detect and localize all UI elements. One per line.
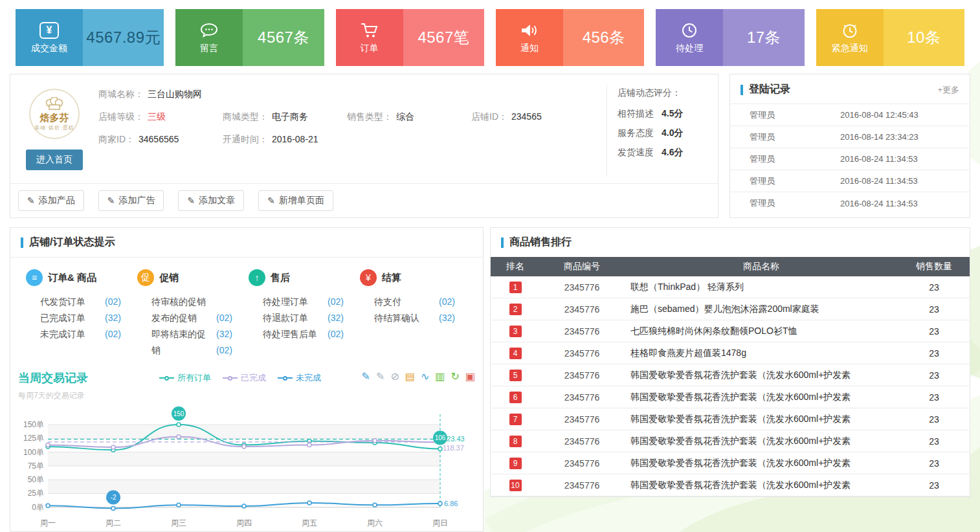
shop-name-value: 三台山购物网 bbox=[148, 89, 202, 100]
add-page-button[interactable]: ✎ 新增单页面 bbox=[258, 190, 333, 211]
stat-card-notifications[interactable]: 通知 456条 bbox=[496, 9, 644, 66]
field-label: 店铺等级： bbox=[98, 111, 144, 123]
status-count[interactable]: (02) bbox=[216, 342, 232, 359]
legend-marker bbox=[278, 376, 293, 381]
status-item[interactable]: 发布的促销 bbox=[151, 310, 211, 326]
svg-text:125单: 125单 bbox=[23, 434, 44, 443]
status-item[interactable]: 待退款订单 bbox=[263, 310, 322, 326]
rank-badge: 3 bbox=[509, 326, 522, 337]
table-row: 2 2345776 施巴（sebamed）婴儿泡泡沐浴露200ml家庭装 23 bbox=[491, 298, 970, 320]
status-count[interactable]: (32) bbox=[216, 326, 232, 342]
status-count[interactable]: (32) bbox=[328, 310, 344, 326]
title-accent-bar bbox=[21, 238, 23, 248]
svg-text:6.86: 6.86 bbox=[444, 500, 458, 507]
stat-card-revenue-right: 4567.89元 bbox=[83, 9, 164, 66]
status-count[interactable]: (02) bbox=[216, 310, 232, 326]
refresh-icon[interactable]: ↻ bbox=[451, 371, 459, 382]
legend-item-completed[interactable]: 已完成 bbox=[223, 372, 266, 384]
stat-card-revenue[interactable]: ¥ 成交金额 4567.89元 bbox=[16, 9, 164, 66]
add-article-button[interactable]: ✎ 添加文章 bbox=[178, 190, 244, 211]
status-count[interactable]: (32) bbox=[439, 310, 455, 326]
stat-card-value: 4567条 bbox=[258, 27, 309, 48]
status-count[interactable]: (02) bbox=[105, 326, 121, 342]
edit-icon[interactable]: ✎ bbox=[362, 371, 370, 382]
legend-item-uncompleted[interactable]: 未完成 bbox=[278, 372, 321, 384]
chart-title: 当周交易记录 bbox=[18, 370, 159, 386]
stat-card-value: 17条 bbox=[747, 27, 781, 48]
add-product-button[interactable]: ✎ 添加产品 bbox=[18, 190, 84, 211]
enter-home-button[interactable]: 进入首页 bbox=[26, 150, 83, 170]
svg-text:周三: 周三 bbox=[171, 518, 186, 527]
svg-text:25单: 25单 bbox=[28, 489, 44, 498]
shop-logo-subtext: 美味·烘焙·蛋糕 bbox=[34, 124, 74, 131]
chat-icon bbox=[199, 21, 219, 39]
status-item[interactable]: 待处理售后单 bbox=[263, 326, 322, 342]
stat-card-label: 通知 bbox=[520, 43, 539, 54]
data-view-icon[interactable]: ▤ bbox=[405, 371, 415, 382]
login-record-row: 管理员 2016-08-04 12:45:43 bbox=[730, 104, 970, 126]
status-count[interactable]: (02) bbox=[328, 326, 344, 342]
rank-badge: 9 bbox=[509, 458, 522, 469]
rating-item: 相符描述 4.5分 bbox=[618, 108, 718, 120]
edit-icon: ✎ bbox=[27, 195, 35, 206]
status-item[interactable]: 代发货订单 bbox=[40, 294, 100, 310]
add-ad-button[interactable]: ✎ 添加广告 bbox=[98, 190, 164, 211]
chart-toolbar: ✎ ✎ ⊘ ▤ ∿ ▥ ↻ ▣ bbox=[362, 371, 475, 382]
edit-light-icon[interactable]: ✎ bbox=[376, 371, 384, 382]
svg-text:周六: 周六 bbox=[367, 518, 383, 527]
settlement-icon: ¥ bbox=[360, 269, 377, 286]
edit-icon: ✎ bbox=[107, 195, 115, 206]
promotion-icon: 促 bbox=[137, 269, 154, 286]
rating-title: 店铺动态评分： bbox=[618, 87, 718, 99]
line-chart-icon[interactable]: ∿ bbox=[421, 371, 429, 382]
status-item[interactable]: 待支付 bbox=[374, 294, 434, 310]
rank-badge: 7 bbox=[509, 414, 522, 425]
yen-icon: ¥ bbox=[39, 21, 59, 39]
status-count[interactable]: (02) bbox=[328, 294, 344, 310]
status-item[interactable]: 待审核的促销 bbox=[151, 294, 211, 310]
status-item[interactable]: 即将结束的促销 bbox=[151, 326, 211, 359]
shop-level-value: 三级 bbox=[148, 111, 166, 123]
status-count[interactable]: (02) bbox=[105, 294, 121, 310]
shop-info-panel: 焙多芬 美味·烘焙·蛋糕 进入首页 商城名称： 三台山购物网 店铺等 bbox=[10, 74, 718, 218]
stat-card-orders[interactable]: 订单 4567笔 bbox=[336, 9, 484, 66]
clear-icon[interactable]: ⊘ bbox=[390, 371, 399, 382]
bar-chart-icon[interactable]: ▥ bbox=[435, 371, 445, 382]
status-count[interactable]: (32) bbox=[105, 310, 121, 326]
status-panel-title: 店铺/订单状态提示 bbox=[29, 236, 115, 249]
stat-card-urgent[interactable]: 紧急通知 10条 bbox=[816, 9, 964, 66]
stat-card-label: 成交金额 bbox=[31, 43, 67, 54]
status-item[interactable]: 已完成订单 bbox=[40, 310, 100, 326]
svg-text:周四: 周四 bbox=[236, 518, 252, 527]
weekly-trade-line-chart: 150单125单100单75单50单25单0单周一周二周三周四周五周六周日123… bbox=[18, 405, 471, 529]
svg-text:-2: -2 bbox=[111, 494, 117, 501]
status-group-aftersale: ↑ 售后 待处理订单 待退款订单 待处理售后单 (02) (32) (02) bbox=[249, 269, 360, 359]
status-item[interactable]: 待处理订单 bbox=[263, 294, 322, 310]
sales-ranking-panel: 商品销售排行 排名 商品编号 商品名称 销售数量 1 2345776 联想（Th… bbox=[490, 227, 970, 497]
stat-card-pending[interactable]: 待处理 17条 bbox=[656, 9, 804, 66]
edit-icon: ✎ bbox=[267, 195, 275, 206]
rank-badge: 10 bbox=[509, 480, 522, 491]
status-item[interactable]: 待结算确认 bbox=[374, 310, 434, 326]
stat-card-messages[interactable]: 留言 4567条 bbox=[175, 9, 324, 66]
rank-badge: 8 bbox=[509, 436, 522, 447]
save-icon[interactable]: ▣ bbox=[465, 371, 475, 382]
shop-action-buttons: ✎ 添加产品 ✎ 添加广告 ✎ 添加文章 ✎ 新增单页面 bbox=[10, 183, 718, 217]
col-header-qty: 销售数量 bbox=[898, 261, 970, 272]
status-item[interactable]: 未完成订单 bbox=[40, 326, 100, 342]
status-groups: ≡ 订单& 商品 代发货订单 已完成订单 未完成订单 (02) (32) (02… bbox=[10, 258, 483, 362]
rank-badge: 4 bbox=[509, 348, 522, 359]
svg-text:周日: 周日 bbox=[432, 518, 448, 527]
legend-item-all-orders[interactable]: 所有订单 bbox=[159, 372, 211, 384]
rank-badge: 6 bbox=[509, 392, 522, 403]
table-row: 8 2345776 韩国爱敬挚爱香氛花香洗护套装（洗发水600ml+护发素 23 bbox=[491, 430, 970, 452]
login-records-panel: 登陆记录 +更多 管理员 2016-08-04 12:45:43 管理员 201… bbox=[729, 74, 970, 218]
field-label: 商城类型： bbox=[223, 111, 268, 123]
field-label: 店铺ID： bbox=[471, 111, 507, 123]
shop-rating: 店铺动态评分： 相符描述 4.5分 服务态度 4.0分 发货速度 4.6分 bbox=[607, 85, 718, 177]
status-count[interactable]: (02) bbox=[439, 294, 455, 310]
table-row: 7 2345776 韩国爱敬挚爱香氛花香洗护套装（洗发水600ml+护发素 23 bbox=[491, 408, 970, 430]
shop-id-value: 234565 bbox=[511, 111, 542, 123]
more-link[interactable]: +更多 bbox=[937, 84, 959, 96]
speaker-icon bbox=[520, 21, 539, 39]
